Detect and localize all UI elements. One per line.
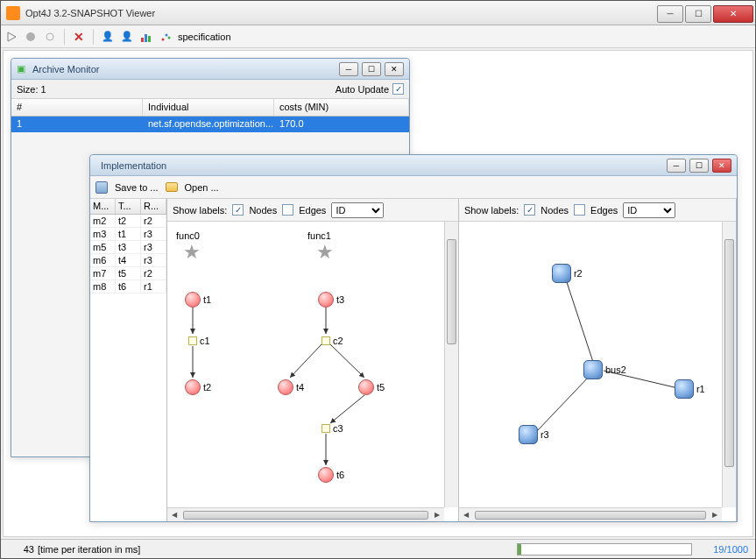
task-node[interactable] [185, 379, 201, 395]
app-icon [6, 6, 20, 20]
task-node[interactable] [318, 467, 334, 483]
table-row[interactable]: m2t2r2 [90, 215, 166, 228]
scrollbar-horizontal[interactable]: ◀▶ [459, 507, 722, 521]
delete-icon[interactable]: ✕ [72, 30, 86, 44]
func-label: func0 [176, 230, 200, 241]
play-icon[interactable] [4, 30, 18, 44]
star-icon: ★ [316, 244, 334, 260]
table-row[interactable]: m5t3r3 [90, 241, 166, 254]
comm-node[interactable] [321, 336, 330, 345]
chart-icon[interactable] [139, 30, 153, 44]
task-node[interactable] [318, 292, 334, 308]
col-individual[interactable]: Individual [143, 99, 274, 116]
task-node[interactable] [185, 292, 201, 308]
table-row[interactable]: m3t1r3 [90, 228, 166, 241]
svg-point-8 [168, 36, 171, 39]
col-m[interactable]: M... [90, 199, 116, 214]
table-row[interactable]: m6t4r3 [90, 254, 166, 267]
mapping-table: M... T... R... m2t2r2 m3t1r3 m5t3r3 m6t4… [90, 199, 167, 521]
pause-icon[interactable] [24, 30, 38, 44]
nodes-label: Nodes [541, 205, 569, 216]
scrollbar-vertical[interactable] [722, 222, 736, 507]
svg-marker-0 [8, 32, 16, 41]
archive-icon: ▣ [17, 63, 29, 75]
minimize-button[interactable]: ─ [657, 5, 683, 23]
table-row[interactable]: 1 net.sf.opendse.optimization... 170.0 [11, 117, 409, 132]
maximize-button[interactable]: ☐ [685, 5, 711, 23]
svg-line-18 [536, 375, 590, 432]
folder-icon [166, 182, 178, 192]
archive-table: # Individual costs (MIN) 1 net.sf.opends… [11, 99, 409, 132]
close-button[interactable]: ✕ [713, 5, 753, 23]
main-titlebar[interactable]: Opt4J 3.2-SNAPSHOT Viewer ─ ☐ ✕ [1, 1, 755, 25]
comm-node[interactable] [321, 424, 330, 433]
svg-rect-5 [148, 36, 151, 42]
archive-table-header[interactable]: # Individual costs (MIN) [11, 99, 409, 117]
scrollbar-vertical[interactable] [444, 222, 458, 507]
resource-node[interactable] [552, 264, 571, 283]
edges-checkbox[interactable] [282, 204, 293, 216]
resource-graph-canvas[interactable]: r2 bus2 r1 r3 ◀▶ [459, 222, 736, 521]
impl-close-button[interactable]: ✕ [712, 159, 731, 173]
scatter-icon[interactable] [159, 30, 173, 44]
col-t[interactable]: T... [116, 199, 141, 214]
col-cost[interactable]: costs (MIN) [274, 99, 409, 116]
resource-node[interactable] [583, 360, 603, 379]
task-graph-panel: Show labels: ✓ Nodes Edges ID [167, 199, 459, 521]
task-graph-canvas[interactable]: func0 ★ func1 ★ t1 c1 t2 t3 c2 t4 t5 c3 … [167, 222, 458, 521]
resource-node[interactable] [519, 425, 538, 444]
specification-label[interactable]: specification [178, 32, 231, 42]
archive-maximize-button[interactable]: ☐ [362, 62, 381, 76]
impl-toolbar: Save to ... Open ... [90, 176, 737, 199]
id-dropdown[interactable]: ID [623, 202, 675, 218]
iteration-counter: 19/1000 [696, 544, 748, 555]
save-button[interactable]: Save to ... [115, 182, 159, 193]
user-green-icon[interactable]: 👤 [101, 30, 115, 44]
resource-node[interactable] [675, 379, 694, 399]
show-labels-label: Show labels: [173, 205, 227, 216]
svg-line-13 [330, 344, 364, 378]
iteration-time-label: [time per iteration in ms] [38, 544, 140, 555]
svg-rect-4 [145, 34, 147, 42]
svg-line-14 [330, 395, 364, 423]
impl-title: Implementation [95, 160, 667, 171]
nodes-checkbox[interactable]: ✓ [232, 204, 244, 216]
archive-title: Archive Monitor [32, 64, 339, 74]
main-toolbar: ✕ 👤 👤 specification [1, 25, 755, 48]
svg-rect-3 [141, 38, 144, 42]
auto-update-label: Auto Update [336, 84, 389, 95]
col-number[interactable]: # [11, 99, 143, 116]
open-button[interactable]: Open ... [185, 182, 219, 193]
main-window: Opt4J 3.2-SNAPSHOT Viewer ─ ☐ ✕ ✕ 👤 👤 sp… [0, 0, 756, 559]
record-icon[interactable] [43, 30, 57, 44]
table-row[interactable]: m8t6r1 [90, 280, 166, 294]
impl-titlebar[interactable]: Implementation ─ ☐ ✕ [90, 155, 737, 176]
scrollbar-horizontal[interactable]: ◀▶ [167, 507, 444, 521]
archive-size-label: Size: 1 [17, 84, 46, 95]
implementation-window: Implementation ─ ☐ ✕ Save to ... Open ..… [89, 154, 738, 522]
iteration-time-value: 43 [8, 544, 34, 555]
task-node[interactable] [358, 379, 374, 395]
col-r[interactable]: R... [141, 199, 166, 214]
star-icon: ★ [183, 244, 201, 260]
edges-checkbox[interactable] [574, 204, 585, 216]
progress-bar [517, 543, 692, 555]
auto-update-checkbox[interactable]: ✓ [392, 83, 404, 95]
table-row[interactable]: m7t5r2 [90, 267, 166, 280]
archive-close-button[interactable]: ✕ [385, 62, 404, 76]
task-node[interactable] [278, 379, 293, 395]
impl-maximize-button[interactable]: ☐ [689, 159, 709, 173]
svg-point-1 [26, 32, 35, 41]
svg-point-6 [162, 38, 165, 40]
edges-label: Edges [299, 205, 326, 216]
archive-header: Size: 1 Auto Update ✓ [11, 80, 409, 99]
archive-minimize-button[interactable]: ─ [339, 62, 358, 76]
nodes-checkbox[interactable]: ✓ [524, 204, 535, 216]
status-bar: 43 [time per iteration in ms] 19/1000 [1, 539, 755, 558]
impl-minimize-button[interactable]: ─ [667, 159, 686, 173]
user-blue-icon[interactable]: 👤 [120, 30, 134, 44]
nodes-label: Nodes [249, 205, 277, 216]
comm-node[interactable] [188, 336, 197, 345]
archive-titlebar[interactable]: ▣ Archive Monitor ─ ☐ ✕ [11, 59, 409, 80]
id-dropdown[interactable]: ID [331, 202, 384, 218]
